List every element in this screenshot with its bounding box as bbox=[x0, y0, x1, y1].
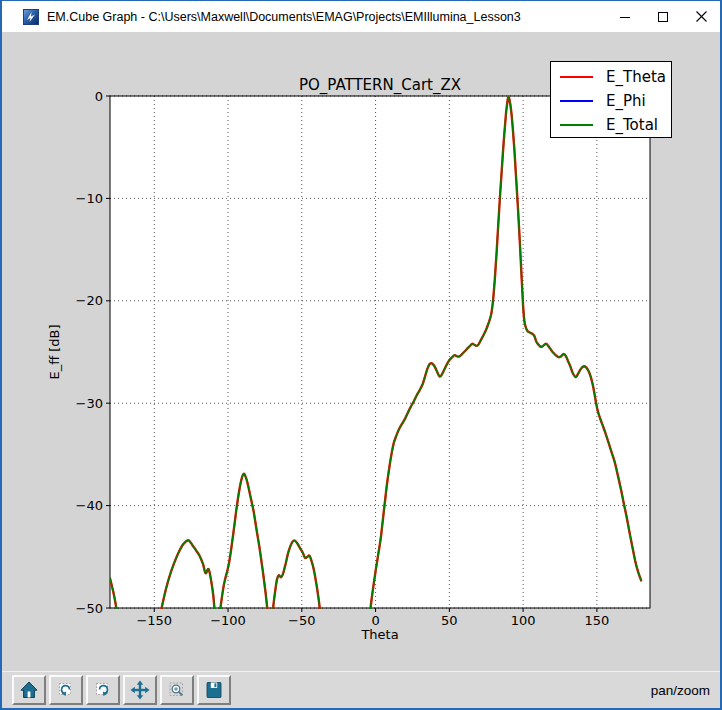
y-tick-label: −20 bbox=[76, 293, 103, 308]
y-tick-label: −10 bbox=[76, 191, 103, 206]
y-tick-label: −40 bbox=[76, 498, 103, 513]
x-tick-label: 100 bbox=[511, 613, 536, 628]
save-floppy-icon bbox=[204, 680, 224, 700]
forward-arrow-icon bbox=[93, 680, 113, 700]
x-tick-label: 150 bbox=[584, 613, 609, 628]
maximize-icon bbox=[657, 11, 669, 23]
close-button[interactable] bbox=[682, 1, 720, 32]
legend[interactable]: E_Theta E_Phi E_Total bbox=[550, 61, 672, 138]
zoom-rect-icon bbox=[167, 680, 187, 700]
status-text: pan/zoom bbox=[651, 683, 710, 698]
legend-entry: E_Total bbox=[551, 113, 671, 137]
x-tick-label: 50 bbox=[441, 613, 458, 628]
legend-label: E_Phi bbox=[606, 92, 646, 110]
y-tick-label: 0 bbox=[95, 89, 103, 104]
maximize-button[interactable] bbox=[644, 1, 682, 32]
app-window: EM.Cube Graph - C:\Users\Maxwell\Documen… bbox=[0, 0, 722, 710]
figure-canvas[interactable]: −150−100−500501001500−10−20−30−40−50 PO_… bbox=[2, 32, 720, 671]
legend-entry: E_Theta bbox=[551, 65, 671, 89]
x-tick-label: −50 bbox=[288, 613, 315, 628]
legend-label: E_Total bbox=[606, 116, 658, 134]
x-tick-label: −100 bbox=[210, 613, 246, 628]
em-cube-logo-icon bbox=[23, 9, 39, 25]
zoom-button[interactable] bbox=[160, 675, 194, 705]
forward-button[interactable] bbox=[86, 675, 120, 705]
titlebar[interactable]: EM.Cube Graph - C:\Users\Maxwell\Documen… bbox=[2, 1, 720, 32]
back-button[interactable] bbox=[49, 675, 83, 705]
x-axis-label: Theta bbox=[360, 627, 398, 642]
y-tick-label: −50 bbox=[76, 601, 103, 616]
plot-title: PO_PATTERN_Cart_ZX bbox=[299, 76, 461, 95]
close-icon bbox=[695, 10, 708, 23]
plot-area[interactable] bbox=[110, 96, 650, 608]
window-title: EM.Cube Graph - C:\Users\Maxwell\Documen… bbox=[47, 10, 521, 24]
y-axis-label: E_ff [dB] bbox=[47, 324, 62, 379]
legend-line-sample-e-theta bbox=[560, 76, 593, 78]
legend-line-sample-e-total bbox=[560, 124, 593, 126]
x-tick-label: 0 bbox=[371, 613, 379, 628]
window-controls bbox=[606, 1, 720, 32]
minimize-icon bbox=[619, 11, 631, 23]
minimize-button[interactable] bbox=[606, 1, 644, 32]
legend-entry: E_Phi bbox=[551, 89, 671, 113]
legend-line-sample-e-phi bbox=[560, 100, 593, 102]
navigation-toolbar: pan/zoom bbox=[2, 671, 720, 708]
legend-label: E_Theta bbox=[606, 68, 666, 86]
home-button[interactable] bbox=[12, 675, 46, 705]
save-button[interactable] bbox=[197, 675, 231, 705]
y-tick-label: −30 bbox=[76, 396, 103, 411]
pan-arrows-icon bbox=[130, 680, 150, 700]
x-tick-label: −150 bbox=[136, 613, 172, 628]
pan-button[interactable] bbox=[123, 675, 157, 705]
home-icon bbox=[19, 680, 39, 700]
back-arrow-icon bbox=[56, 680, 76, 700]
